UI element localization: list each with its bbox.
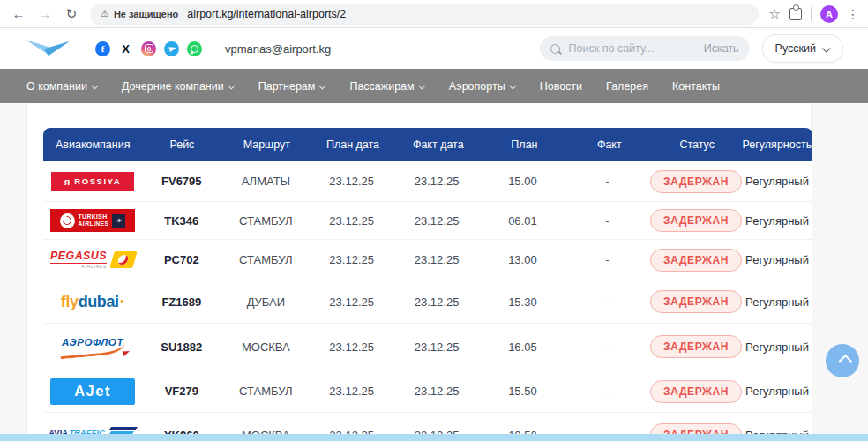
table-row: flydubai·FZ1689ДУБАИ23.12.2523.12.2515.3… [43,280,812,324]
status-cell: ЗАДЕРЖАН [650,170,742,193]
status-badge: ЗАДЕРЖАН [650,170,742,193]
regularity: Регулярный [742,340,812,354]
reload-icon[interactable]: ↻ [60,3,83,26]
plan-date: 23.12.25 [311,340,393,354]
contact-email-link[interactable]: vpmanas@airport.kg [225,42,331,56]
status-badge: ЗАДЕРЖАН [650,290,742,313]
nav-item-1[interactable]: О компании [26,80,98,93]
route: МОСКВА [221,340,311,354]
language-label: Русский [775,42,816,55]
content-container: АвиакомпанияРейсМаршрутПлан датаФакт дат… [26,103,812,441]
chevron-down-icon [228,82,235,89]
nav-item-6[interactable]: Новости [540,80,582,93]
airline-logo: ᴙROSSIYA [43,172,142,191]
extensions-icon[interactable] [789,8,802,20]
flight-number: FV6795 [142,175,221,188]
plan-date: 23.12.25 [311,295,393,309]
ajet-logo: AJet [50,378,135,405]
plan-time: 15.30 [481,295,565,309]
rossiya-text: ROSSIYA [74,176,121,186]
regularity: Регулярный [742,295,812,309]
nav-item-label: Дочерние компании [122,80,224,93]
table-row: ᴙROSSIYAFV6795АЛМАТЫ23.12.2523.12.2515.0… [43,161,812,202]
status-cell: ЗАДЕРЖАН [650,209,742,232]
regularity: Регулярный [742,385,812,398]
regularity: Регулярный [742,175,812,188]
search-input[interactable] [567,41,697,56]
forward-icon[interactable]: → [34,3,56,26]
turkish-text: TURKISHAIRLINES [79,213,109,228]
fact-date: 23.12.25 [393,340,481,354]
telegram-icon[interactable] [164,41,179,56]
browser-menu-icon[interactable]: ⋮ [847,7,859,21]
scroll-to-top-button[interactable] [826,344,859,377]
flydubai-logo: flydubai· [61,293,124,311]
facebook-icon[interactable]: f [95,41,110,56]
instagram-icon[interactable] [141,41,156,56]
chevron-down-icon [418,82,425,89]
status-badge: ЗАДЕРЖАН [650,249,742,272]
chevron-down-icon [318,82,326,89]
nav-item-4[interactable]: Пассажирам [349,80,424,93]
flydubai-dot: · [120,293,125,311]
status-badge: ЗАДЕРЖАН [650,209,742,232]
bookmark-star-icon[interactable]: ☆ [769,6,781,22]
airport-logo[interactable] [25,39,71,59]
nav-item-7[interactable]: Галерея [606,80,648,93]
page-content: АвиакомпанияРейсМаршрутПлан датаФакт дат… [0,103,868,441]
turkish-airlines-logo: TURKISHAIRLINES [50,209,135,232]
fact-date: 23.12.25 [393,175,481,188]
nav-item-label: Партнерам [258,80,316,93]
airline-logo: TURKISHAIRLINES [43,209,142,232]
toolbar-divider [811,7,812,21]
airline-logo: АЭРОФЛОТ [43,337,142,356]
chevron-down-icon [509,82,516,89]
address-bar[interactable]: ⚠ Не защищено airport.kg/international-a… [90,4,759,25]
plan-time: 13.00 [481,253,565,266]
social-links: fX [95,41,202,56]
flights-table: АвиакомпанияРейсМаршрутПлан датаФакт дат… [43,128,812,441]
table-row: TURKISHAIRLINESTK346СТАМБУЛ23.12.2523.12… [43,202,812,240]
fact-date: 23.12.25 [393,214,481,228]
aeroflot-logo: АЭРОФЛОТ [60,337,125,356]
column-header-2: Рейс [142,138,221,151]
table-row: АЭРОФЛОТSU1882МОСКВА23.12.2523.12.2516.0… [43,324,812,370]
plan-date: 23.12.25 [311,385,393,398]
browser-toolbar: ← → ↻ ⚠ Не защищено airport.kg/internati… [0,0,868,28]
language-selector[interactable]: Русский [762,34,843,63]
not-secure-warning-icon: ⚠ [101,8,109,19]
column-header-4: План дата [311,138,393,151]
x-icon[interactable]: X [118,41,133,56]
table-row: PEGASUSAIRLINESPC702СТАМБУЛ23.12.2523.12… [43,240,812,280]
plan-time: 15.00 [481,175,565,188]
whatsapp-icon[interactable] [187,41,202,56]
status-cell: ЗАДЕРЖАН [650,380,742,403]
ajet-text: AJet [74,383,111,400]
fact-time: - [565,295,650,309]
flight-number: SU1882 [142,340,221,354]
nav-item-8[interactable]: Контакты [672,80,720,93]
plan-time: 15.50 [481,385,565,398]
nav-item-label: Аэропорты [449,80,505,93]
nav-item-label: Галерея [606,80,648,93]
footer-top-band [0,434,868,441]
route: СТАМБУЛ [221,385,311,398]
regularity: Регулярный [742,214,812,228]
back-icon[interactable]: ← [7,3,30,26]
column-header-9: Регулярность [742,138,812,151]
airline-logo: AJet [43,378,142,405]
profile-avatar[interactable]: A [820,5,838,23]
turkish-bird-emblem [60,213,75,228]
search-submit-button[interactable]: Искать [697,42,739,55]
flight-number: VF279 [142,385,221,398]
flight-number: TK346 [142,214,221,228]
chevron-down-icon [91,82,98,89]
route: СТАМБУЛ [221,214,311,228]
nav-item-5[interactable]: Аэропорты [449,80,516,93]
nav-item-3[interactable]: Партнерам [258,80,326,93]
pegasus-sub: AIRLINES [81,265,107,269]
security-label: Не защищено [114,9,178,19]
fact-time: - [565,253,650,266]
status-badge: ЗАДЕРЖАН [650,335,742,358]
nav-item-2[interactable]: Дочерние компании [122,80,235,93]
